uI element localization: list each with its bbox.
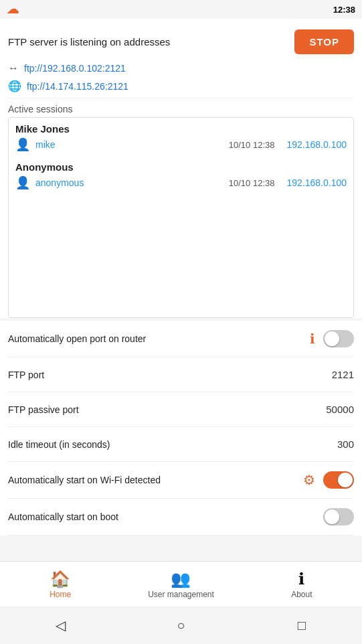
setting-icons-auto-wifi: ⚙: [303, 471, 354, 489]
nav-item-user-management[interactable]: 👥 User management: [120, 564, 241, 605]
global-address-row: 🌐 ftp://14.174.115.26:2121: [8, 77, 354, 95]
session-group-title-anonymous: Anonymous: [15, 161, 347, 173]
nav-item-home[interactable]: 🏠 Home: [0, 564, 120, 605]
home-icon: 🏠: [50, 570, 70, 588]
setting-label-auto-port: Automatically open port on router: [8, 333, 310, 344]
status-bar-left: ☁: [7, 2, 19, 17]
active-sessions-label: Active sessions: [8, 98, 354, 117]
toggle-auto-boot[interactable]: [323, 508, 354, 526]
setting-row-ftp-port: FTP port 2121: [8, 357, 354, 392]
android-recent-button[interactable]: □: [288, 612, 315, 639]
setting-label-auto-wifi: Automatically start on Wi-Fi detected: [8, 475, 303, 485]
setting-icons-auto-port: ℹ: [310, 330, 354, 347]
toggle-knob-auto-wifi: [338, 473, 353, 487]
nav-label-about: About: [291, 590, 312, 599]
user-icon-mike: 👤: [15, 137, 30, 152]
cloud-icon: ☁: [7, 2, 19, 17]
server-status-text: FTP server is listening on addresses: [8, 36, 170, 48]
setting-row-auto-wifi: Automatically start on Wi-Fi detected ⚙: [8, 462, 354, 499]
setting-row-idle-timeout: Idle timeout (in seconds) 300: [8, 427, 354, 462]
status-bar: ☁ 12:38: [0, 0, 362, 19]
toggle-auto-port[interactable]: [323, 330, 354, 347]
session-ip-mike: 192.168.0.100: [286, 139, 347, 150]
setting-value-ftp-passive-port[interactable]: 50000: [326, 404, 354, 415]
session-time-mike: 10/10 12:38: [229, 140, 275, 150]
session-ip-anonymous: 192.168.0.100: [286, 177, 347, 188]
nav-label-user-management: User management: [148, 590, 214, 599]
android-home-button[interactable]: ○: [167, 612, 194, 639]
server-status-row: FTP server is listening on addresses STO…: [8, 24, 354, 60]
user-icon-anonymous: 👤: [15, 175, 30, 190]
main-content: FTP server is listening on addresses STO…: [0, 19, 362, 318]
session-username-anonymous[interactable]: anonymous: [35, 177, 223, 188]
session-row-mike: 👤 mike 10/10 12:38 192.168.0.100: [15, 136, 347, 156]
setting-label-ftp-port: FTP port: [8, 370, 332, 380]
setting-label-ftp-passive-port: FTP passive port: [8, 404, 326, 415]
session-time-anonymous: 10/10 12:38: [229, 178, 275, 188]
status-bar-time: 12:38: [333, 5, 355, 15]
settings-area: Automatically open port on router ℹ FTP …: [0, 321, 362, 536]
setting-label-idle-timeout: Idle timeout (in seconds): [8, 439, 337, 450]
global-address-text: ftp://14.174.115.26:2121: [27, 81, 128, 92]
session-group-title-mike: Mike Jones: [15, 123, 347, 135]
nav-label-home: Home: [50, 590, 71, 599]
session-group-anonymous: Anonymous 👤 anonymous 10/10 12:38 192.16…: [15, 161, 347, 194]
gear-icon-auto-wifi[interactable]: ⚙: [303, 472, 315, 488]
session-group-mike: Mike Jones 👤 mike 10/10 12:38 192.168.0.…: [15, 123, 347, 156]
setting-label-auto-boot: Automatically start on boot: [8, 511, 323, 522]
android-nav: ◁ ○ □: [0, 607, 362, 644]
toggle-auto-wifi[interactable]: [323, 471, 354, 489]
android-back-button[interactable]: ◁: [47, 612, 74, 639]
setting-value-ftp-port[interactable]: 2121: [332, 369, 354, 380]
local-address-row: ↔ ftp://192.168.0.102:2121: [8, 60, 354, 77]
setting-row-auto-port: Automatically open port on router ℹ: [8, 321, 354, 357]
toggle-knob-auto-port: [325, 331, 339, 346]
session-username-mike[interactable]: mike: [35, 139, 223, 150]
setting-value-idle-timeout[interactable]: 300: [337, 438, 354, 450]
nav-item-about[interactable]: ℹ About: [242, 564, 362, 605]
session-row-anonymous: 👤 anonymous 10/10 12:38 192.168.0.100: [15, 174, 347, 194]
setting-row-auto-boot: Automatically start on boot: [8, 499, 354, 536]
local-address-text: ftp://192.168.0.102:2121: [24, 63, 126, 74]
globe-icon: 🌐: [8, 80, 21, 92]
user-management-icon: 👥: [171, 570, 191, 588]
sessions-box: Mike Jones 👤 mike 10/10 12:38 192.168.0.…: [8, 117, 354, 318]
info-icon-auto-port[interactable]: ℹ: [310, 331, 315, 347]
stop-button[interactable]: STOP: [294, 29, 354, 54]
local-address-icon: ↔: [8, 62, 19, 74]
setting-row-ftp-passive-port: FTP passive port 50000: [8, 392, 354, 427]
about-icon: ℹ: [298, 570, 304, 588]
bottom-nav: 🏠 Home 👥 User management ℹ About: [0, 561, 362, 607]
toggle-knob-auto-boot: [325, 509, 339, 524]
